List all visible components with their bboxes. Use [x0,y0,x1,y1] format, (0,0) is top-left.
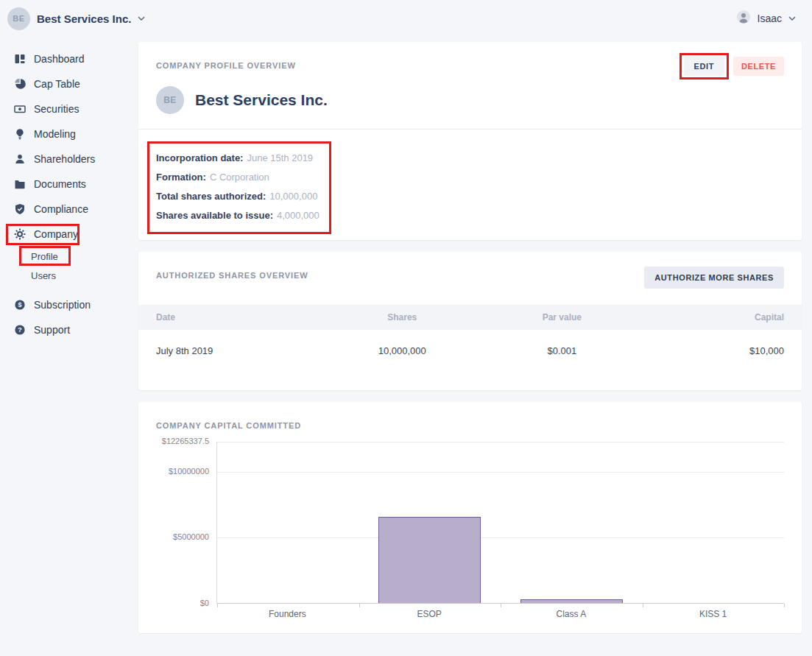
sidebar-subitem-profile[interactable]: Profile [0,247,137,266]
y-tick-label: $12265337.5 [162,437,209,445]
authorized-shares-table: Date Shares Par value Capital July 8th 2… [138,305,802,356]
modeling-icon [13,128,26,141]
card-divider [138,129,802,130]
incorporation-date-field: Incorporation date:June 15th 2019 [156,149,319,168]
sidebar-subitem-label: Profile [31,251,58,262]
sidebar-item-cap-table[interactable]: Cap Table [0,71,137,96]
field-label: Incorporation date: [156,152,243,163]
sidebar-subitem-users[interactable]: Users [0,266,137,285]
company-switcher[interactable]: BE Best Services Inc. [7,7,145,30]
bar-esop [378,517,481,603]
field-label: Shares available to issue: [156,210,273,221]
company-header: BE Best Services Inc. [156,86,784,114]
svg-text:?: ? [18,325,22,334]
topbar-user-name: Isaac [758,13,782,24]
field-value: C Corporation [210,172,269,183]
sidebar-company-subnav: Profile Users [0,247,137,285]
company-profile-avatar: BE [156,86,184,114]
column-header-par-value: Par value [482,305,642,330]
field-label: Total shares authorized: [156,191,266,202]
sidebar-item-modeling[interactable]: Modeling [0,121,137,147]
cell-par-value: $0.001 [482,330,642,356]
cap-table-icon [13,78,26,91]
chart-bar-column [501,442,643,603]
shareholders-icon [13,153,26,166]
field-label: Formation: [156,172,206,183]
company-profile-card: COMPANY PROFILE OVERVIEW EDIT DELETE BE … [138,42,802,240]
sidebar-item-label: Compliance [34,203,88,215]
chevron-down-icon [788,16,796,21]
sidebar-subitem-label: Users [31,270,56,281]
subscription-icon: $ [13,299,26,311]
company-details: Incorporation date:June 15th 2019 Format… [156,149,319,225]
chart-bar-column [359,442,501,603]
total-shares-authorized-field: Total shares authorized:10,000,000 [156,187,319,206]
edit-button[interactable]: EDIT [684,57,724,76]
company-avatar: BE [7,7,30,30]
capital-committed-card: COMPANY CAPITAL COMMITTED $12265337.5$10… [138,402,802,633]
bar-class-a [520,599,623,603]
x-axis-tick [643,604,643,607]
y-tick-label: $0 [200,599,209,607]
shares-available-field: Shares available to issue:4,000,000 [156,206,319,225]
svg-text:$: $ [18,301,21,308]
sidebar-item-label: Modeling [34,128,76,140]
x-tick-label: Class A [501,609,643,619]
sidebar-item-support[interactable]: ? Support [0,317,137,342]
documents-icon [13,178,26,191]
company-avatar-initials: BE [13,14,24,23]
field-value: 4,000,000 [277,210,319,221]
sidebar-item-label: Subscription [34,299,91,311]
table-row: July 8th 2019 10,000,000 $0.001 $10,000 [138,330,802,356]
field-value: June 15th 2019 [247,152,313,163]
compliance-icon [13,203,26,216]
topbar-company-name: Best Services Inc. [37,13,131,25]
chevron-down-icon [138,16,145,21]
capital-committed-title: COMPANY CAPITAL COMMITTED [156,417,301,430]
field-value: 10,000,000 [269,191,317,202]
authorized-shares-title: AUTHORIZED SHARES OVERVIEW [156,267,308,280]
delete-button[interactable]: DELETE [733,57,784,76]
table-header-row: Date Shares Par value Capital [138,305,802,330]
sidebar-item-dashboard[interactable]: Dashboard [0,46,137,71]
authorize-more-shares-button[interactable]: AUTHORIZE MORE SHARES [644,267,784,289]
chart-main: FoundersESOPClass AKISS 1 [216,442,784,624]
column-header-capital: Capital [642,305,802,330]
dashboard-icon [13,53,26,66]
page-root: BE Best Services Inc. Isaac Dashboard [0,0,812,656]
sidebar-item-shareholders[interactable]: Shareholders [0,147,137,172]
sidebar-item-securities[interactable]: Securities [0,96,137,121]
chart-plot [216,442,784,604]
sidebar-item-company[interactable]: Company [0,222,137,247]
chart-y-axis: $12265337.5$10000000$5000000$0 [156,442,216,604]
x-axis-tick [784,604,785,607]
column-header-date: Date [138,305,322,330]
y-tick-label: $5000000 [173,532,209,541]
top-bar: BE Best Services Inc. Isaac [0,0,812,37]
x-tick-label: KISS 1 [642,609,784,619]
main-content: COMPANY PROFILE OVERVIEW EDIT DELETE BE … [138,42,802,645]
chart-bar-column [217,442,359,603]
chart-bar-column [643,442,785,603]
cell-capital: $10,000 [642,330,802,356]
sidebar-item-label: Documents [34,178,86,190]
company-profile-name: Best Services Inc. [195,91,328,109]
company-profile-avatar-initials: BE [163,95,177,105]
sidebar-item-subscription[interactable]: $ Subscription [0,292,137,317]
cell-shares: 10,000,000 [322,330,482,356]
user-icon [736,10,751,27]
authorized-shares-card: AUTHORIZED SHARES OVERVIEW AUTHORIZE MOR… [138,252,802,390]
sidebar-item-label: Cap Table [34,78,80,90]
x-axis-tick [501,604,501,607]
column-header-shares: Shares [322,305,482,330]
user-menu[interactable]: Isaac [736,10,796,27]
formation-field: Formation:C Corporation [156,168,319,187]
x-tick-label: Founders [216,609,359,619]
sidebar-item-documents[interactable]: Documents [0,172,137,197]
y-tick-label: $10000000 [169,467,209,476]
sidebar-item-label: Support [34,324,70,336]
sidebar-item-compliance[interactable]: Compliance [0,197,137,222]
sidebar-item-label: Shareholders [34,153,95,165]
securities-icon [13,103,26,116]
capital-chart: $12265337.5$10000000$5000000$0 FoundersE… [156,442,784,624]
